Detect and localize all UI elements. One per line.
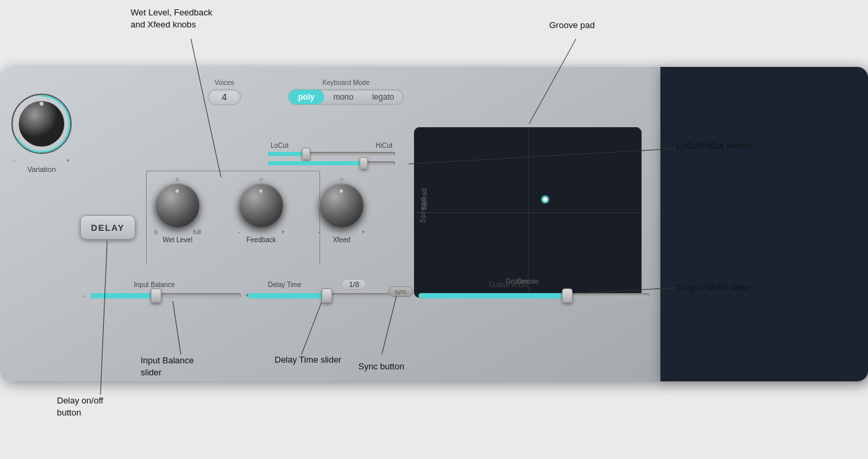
- voices-display[interactable]: 4: [208, 89, 241, 105]
- keyboard-mode-label: Keyboard Mode: [322, 79, 370, 86]
- sync-button[interactable]: sync: [388, 286, 413, 297]
- delay-time-label: Delay Time: [268, 281, 301, 288]
- locut-hicut-section: LoCut HiCut: [261, 142, 402, 165]
- output-width-thumb[interactable]: [562, 288, 573, 303]
- delay-button-label: DELAY: [91, 223, 125, 233]
- hicut-slider-track[interactable]: [268, 161, 395, 165]
- hicut-thumb[interactable]: [360, 157, 368, 169]
- wet-level-dot-indicator: [175, 177, 179, 181]
- keyboard-mode-buttons: poly mono legato: [288, 89, 404, 105]
- xfeed-max: +: [362, 229, 365, 236]
- variation-section: - + Variation: [8, 90, 75, 173]
- locut-slider-track[interactable]: [268, 152, 395, 156]
- annotation-sync: Sync button: [358, 361, 405, 371]
- annotation-delay-onoff: Delay on/off button: [57, 395, 103, 419]
- annotation-groove-pad: Groove pad: [549, 20, 595, 30]
- feedback-dot-indicator: [259, 177, 263, 181]
- svg-point-1: [19, 101, 64, 147]
- output-width-slider-track[interactable]: [419, 293, 650, 298]
- delay-time-thumb[interactable]: [321, 288, 332, 303]
- voices-section: Voices 4: [208, 79, 241, 105]
- wet-level-label: Wet Level: [163, 236, 192, 244]
- xfeed-label: Xfeed: [333, 236, 350, 244]
- xfeed-knob-container: - + Xfeed: [318, 177, 365, 244]
- input-balance-minus: -: [82, 292, 84, 299]
- delay-time-value-display: 1/8: [342, 279, 366, 290]
- annotation-output-width: Output Width slider: [676, 282, 751, 292]
- annotation-locut-hicut: LoCut/HiCut sliders: [676, 141, 751, 151]
- wet-level-knob[interactable]: [155, 183, 200, 227]
- dark-right-panel: [660, 67, 868, 381]
- spread-label-text: Spread: [419, 197, 427, 223]
- mode-poly-button[interactable]: poly: [289, 90, 324, 104]
- input-balance-label: Input Balance: [134, 281, 175, 288]
- locut-thumb[interactable]: [302, 148, 310, 160]
- variation-label: Variation: [8, 165, 75, 173]
- groove-pad[interactable]: Spread Groove: [414, 127, 642, 298]
- annotation-input-balance: Input Balance slider: [141, 355, 194, 379]
- input-balance-thumb[interactable]: [151, 288, 161, 303]
- hicut-label: HiCut: [376, 142, 392, 149]
- feedback-label: Feedback: [246, 236, 276, 244]
- feedback-knob[interactable]: [239, 183, 283, 227]
- keyboard-mode-section: Keyboard Mode poly mono legato: [288, 79, 404, 105]
- svg-point-2: [40, 102, 44, 106]
- delay-time-slider-track[interactable]: [248, 293, 395, 298]
- wet-level-max: full: [193, 229, 201, 236]
- annotation-wet-feedback-xfeed: Wet Level, Feedback and Xfeed knobs: [131, 7, 212, 31]
- xfeed-min: -: [318, 229, 320, 236]
- xfeed-dot-indicator: [340, 177, 344, 181]
- delay-onoff-button[interactable]: DELAY: [80, 215, 135, 240]
- annotation-delay-time: Delay Time slider: [275, 355, 342, 365]
- wet-level-knob-container: 0 full Wet Level: [154, 177, 201, 244]
- variation-ring-svg: [8, 90, 75, 157]
- variation-minus: -: [13, 157, 15, 164]
- mode-mono-button[interactable]: mono: [324, 90, 363, 104]
- locut-label: LoCut: [271, 142, 289, 149]
- feedback-max: +: [281, 229, 285, 236]
- variation-plus: +: [66, 157, 70, 164]
- feedback-knob-container: - + Feedback: [238, 177, 285, 244]
- mode-legato-button[interactable]: legato: [363, 90, 404, 104]
- feedback-min: -: [238, 229, 240, 236]
- voices-label: Voices: [214, 79, 234, 86]
- svg-point-6: [543, 197, 547, 201]
- output-width-label: Output Width: [489, 281, 528, 288]
- xfeed-knob[interactable]: [319, 183, 364, 227]
- wet-level-min: 0: [154, 229, 157, 236]
- input-balance-slider-track[interactable]: - +: [90, 293, 241, 298]
- groove-pad-grid: [415, 128, 642, 298]
